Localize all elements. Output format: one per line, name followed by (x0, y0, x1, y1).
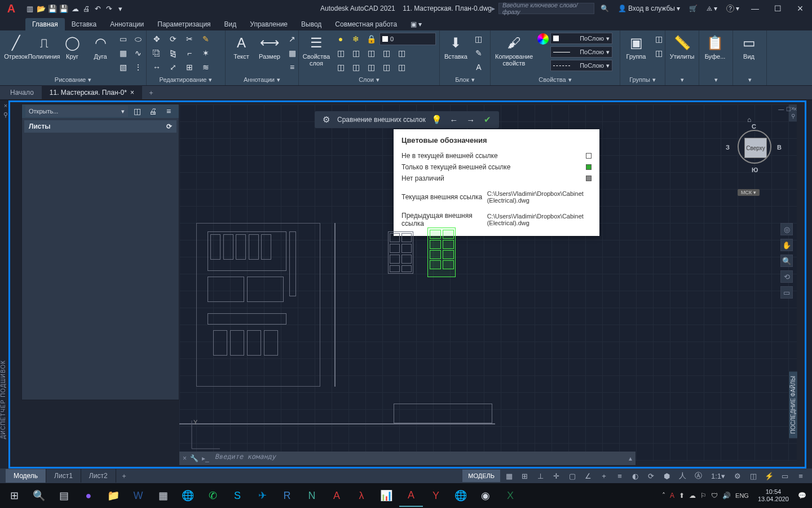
panel-groups-title[interactable]: Группы▾ (624, 74, 661, 85)
refresh-icon[interactable]: ⟳ (166, 122, 172, 130)
qat-save-icon[interactable]: 💾 (47, 3, 58, 14)
taskview-button[interactable]: ▤ (52, 484, 76, 507)
app-icon[interactable]: ◉ (474, 484, 497, 507)
qat-new-icon[interactable]: ▥ (25, 3, 35, 14)
whatsapp-icon[interactable]: ✆ (201, 484, 224, 507)
color-selector[interactable]: ПоСлою▾ (550, 33, 612, 44)
navis-icon[interactable]: N (300, 484, 324, 507)
spline-icon[interactable]: ∿ (131, 47, 145, 59)
copy-icon[interactable]: ⿻ (150, 47, 164, 59)
tab-view[interactable]: Вид (218, 18, 244, 30)
panel-clip-title[interactable]: ▾ (703, 74, 729, 85)
excel-icon[interactable]: X (498, 484, 522, 507)
mtext-icon[interactable]: ≡ (285, 61, 299, 73)
offset-icon[interactable]: ≋ (199, 61, 213, 73)
next-button[interactable]: → (465, 114, 476, 125)
gear-icon[interactable]: ⚙ (731, 470, 744, 482)
tab-layout1[interactable]: Лист1 (46, 469, 81, 483)
command-input[interactable]: Введите команду (213, 453, 625, 464)
bulb-icon[interactable]: 💡 (431, 114, 443, 125)
clean-icon[interactable]: ▭ (778, 470, 792, 482)
layer-tool-icon[interactable]: ◫ (349, 61, 363, 73)
yandex-icon[interactable]: Y (424, 484, 448, 507)
modelspace-button[interactable]: МОДЕЛЬ (462, 470, 500, 482)
tab-start[interactable]: Начало (2, 85, 42, 100)
arc-button[interactable]: ◠Дуга (88, 33, 113, 61)
transparency-icon[interactable]: ◐ (629, 470, 642, 482)
signin-button[interactable]: 👤Вход в службы▾ (615, 2, 683, 15)
region-icon[interactable]: ▧ (116, 61, 130, 73)
tab-insert[interactable]: Вставка (65, 18, 104, 30)
hardware-icon[interactable]: ⚡ (762, 470, 776, 482)
create-block-icon[interactable]: ◫ (472, 33, 486, 45)
tray-icon[interactable]: ⚐ (700, 492, 707, 500)
pin-icon[interactable]: ⚲ (3, 111, 8, 119)
zoom-icon[interactable]: 🔍 (780, 255, 793, 267)
lock-icon[interactable]: 🔒 (364, 33, 378, 45)
view-button[interactable]: ▭Вид (736, 33, 761, 61)
color-wheel-icon[interactable] (537, 33, 549, 45)
tab-output[interactable]: Вывод (294, 18, 328, 30)
group-button[interactable]: ▣Группа (624, 33, 648, 61)
tab-extra[interactable]: ▣ ▾ (404, 18, 429, 30)
tray-chevron-icon[interactable]: ˄ (662, 492, 665, 500)
panel-utils-title[interactable]: ▾ (669, 74, 695, 85)
layer-tool-icon[interactable]: ◫ (334, 47, 347, 59)
layer-tool-icon[interactable]: ◫ (349, 47, 363, 59)
layer-tool-icon[interactable]: ◫ (334, 61, 347, 73)
ungroup-icon[interactable]: ◫ (652, 33, 665, 45)
telegram-icon[interactable]: ✈ (250, 484, 274, 507)
linetype-selector[interactable]: ПоСлою▾ (550, 60, 612, 71)
polar-icon[interactable]: ✛ (550, 470, 563, 482)
sidetab-recent[interactable]: ПОСЛЕДНИЕ ФАЙЛЫ (788, 371, 798, 439)
qat-plot-icon[interactable]: 🖨 (81, 3, 91, 14)
orbit-icon[interactable]: ⟲ (780, 270, 793, 283)
array-icon[interactable]: ⊞ (183, 61, 196, 73)
panel-block-title[interactable]: Блок▾ (443, 74, 487, 85)
stretch-icon[interactable]: ↔ (150, 61, 164, 73)
panel-edit-title[interactable]: Редактирование▾ (150, 74, 222, 85)
paste-button[interactable]: 📋Буфе... (703, 33, 727, 61)
insert-button[interactable]: ⬇Вставка (443, 33, 469, 61)
panel-props-title[interactable]: Свойства▾ (494, 74, 616, 85)
mirror-icon[interactable]: ⧎ (166, 47, 180, 59)
cycling-icon[interactable]: ⟳ (645, 470, 658, 482)
groupedit-icon[interactable]: ◫ (652, 47, 665, 59)
help-button[interactable]: ?▾ (723, 2, 742, 15)
tab-annotate[interactable]: Аннотации (103, 18, 151, 30)
sheets-section[interactable]: Листы⟳ (24, 120, 176, 133)
circle-button[interactable]: ◯Круг (60, 33, 85, 61)
panel-anno-title[interactable]: Аннотации▾ (229, 74, 295, 85)
tab-home[interactable]: Главная (25, 18, 65, 30)
panel-draw-title[interactable]: Рисование▾ (3, 74, 143, 85)
maximize-button[interactable]: ☐ (768, 0, 787, 17)
language-indicator[interactable]: ENG (735, 492, 749, 499)
otrack-icon[interactable]: ∠ (581, 470, 595, 482)
accept-button[interactable]: ✔ (482, 114, 493, 125)
tray-icon[interactable]: ⬆ (679, 492, 685, 500)
autocad-icon[interactable]: A (325, 484, 348, 507)
tray-icon[interactable]: A (670, 492, 674, 500)
anno-icon[interactable]: Ⓐ (692, 470, 705, 482)
clock[interactable]: 10:54 13.04.2020 (753, 488, 793, 503)
tab-collaborate[interactable]: Совместная работа (328, 18, 404, 30)
scale-button[interactable]: 1:1 ▾ (708, 470, 729, 482)
attr-icon[interactable]: A (472, 61, 486, 73)
osnap-icon[interactable]: ▢ (566, 470, 579, 482)
viewcube[interactable]: ⌂ Сверху С Ю З В МСК ▾ (723, 113, 785, 203)
app-store-button[interactable]: 🛒 (686, 2, 700, 15)
qat-redo-icon[interactable]: ↷ (104, 3, 114, 14)
edit-block-icon[interactable]: ✎ (472, 47, 486, 59)
search-button[interactable]: 🔍 (27, 484, 51, 507)
fillet-icon[interactable]: ⌐ (183, 47, 196, 59)
close-button[interactable]: × (791, 0, 810, 17)
tab-model[interactable]: Модель (6, 469, 46, 483)
layer-selector[interactable]: 0 (379, 33, 436, 45)
text-button[interactable]: AТекст (229, 33, 254, 61)
wrench-icon[interactable]: 🔧 (190, 454, 198, 462)
vc-north[interactable]: С (752, 123, 756, 130)
notifications-icon[interactable]: 💬 (798, 492, 806, 500)
close-icon[interactable]: × (4, 102, 7, 109)
start-button[interactable]: ⊞ (2, 484, 26, 507)
tray-icon[interactable]: 🛡 (711, 492, 718, 500)
